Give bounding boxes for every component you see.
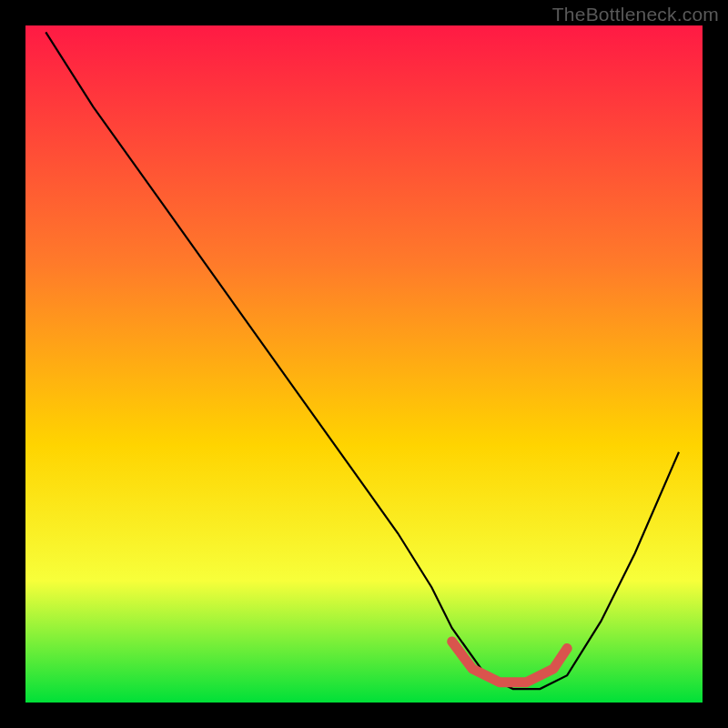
plot-background <box>25 25 703 703</box>
chart-container: TheBottleneck.com <box>0 0 728 728</box>
watermark-text: TheBottleneck.com <box>552 4 719 25</box>
bottleneck-chart <box>0 0 728 728</box>
